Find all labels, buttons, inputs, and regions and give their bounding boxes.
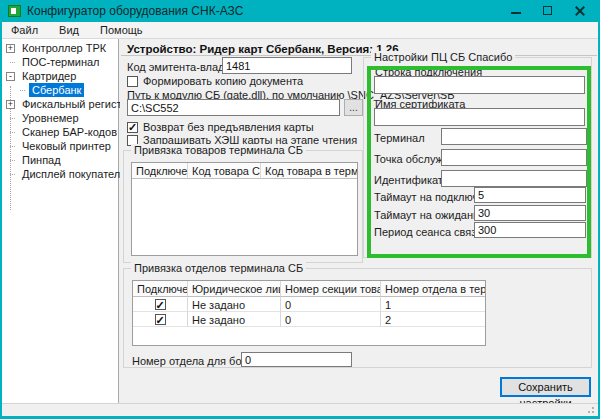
terminal-label: Терминал (374, 132, 425, 144)
app-icon (8, 5, 21, 17)
status-bar (2, 403, 598, 416)
issuer-code-input[interactable] (222, 57, 352, 74)
row-terminal-dept[interactable]: 2 (381, 312, 485, 327)
tree-dash (10, 62, 15, 63)
app-window: Конфигуратор оборудования СНК-АЗС Файл В… (0, 0, 600, 419)
tree-dash (10, 146, 15, 147)
goods-table[interactable]: Подключен Код товара СНК Код товара в те… (131, 162, 358, 256)
tree-item-sberbank[interactable]: Сбербанк (2, 83, 119, 97)
menu-file[interactable]: Файл (2, 22, 47, 39)
tree-item-fiscal-registrar[interactable]: +Фискальный регистратор (2, 97, 119, 111)
goods-binding-group: Привязка товаров терминала СБ Подключен … (123, 150, 363, 263)
tree-item-pos-terminal[interactable]: ПОС-терминал (2, 55, 119, 69)
device-header: Устройство: Ридер карт Сбербанк, Версия:… (127, 43, 399, 55)
sb-spasibo-settings-group: Настройки ПЦ СБ Спасибо Строка подключен… (363, 57, 592, 258)
menu-help[interactable]: Помощь (91, 22, 152, 39)
dept-col-legal-entity[interactable]: Юридическое лицо (188, 281, 281, 297)
dept-col-terminal-dept[interactable]: Номер отдела в термина... (381, 281, 485, 297)
copy-document-checkbox[interactable]: Формировать копию документа (127, 75, 303, 87)
goods-col-snk-code[interactable]: Код товара СНК (188, 163, 261, 179)
row-connected-checkbox[interactable] (155, 314, 166, 325)
tree-item-level-gauge[interactable]: Уровнемер (2, 111, 119, 125)
departments-group-title: Привязка отделов терминала СБ (131, 262, 306, 274)
tree-item-cardreader[interactable]: -Картридер (2, 69, 119, 83)
tree-dash (10, 160, 15, 161)
checkbox-icon[interactable] (127, 122, 138, 133)
title-bar: Конфигуратор оборудования СНК-АЗС (0, 0, 600, 22)
header-separator (121, 55, 597, 56)
session-period-label: Период сеанса связи (374, 226, 483, 238)
close-button[interactable] (564, 0, 596, 22)
minimize-icon (511, 12, 521, 14)
goods-col-connected[interactable]: Подключен (132, 163, 188, 179)
expand-plus-icon[interactable]: + (6, 100, 15, 109)
row-section-number[interactable]: 0 (281, 312, 381, 327)
row-section-number[interactable]: 0 (281, 297, 381, 312)
tree-dash (10, 132, 15, 133)
module-path-input[interactable] (127, 99, 340, 116)
response-timeout-input[interactable] (474, 205, 586, 221)
dept-col-connected[interactable]: Подключен (133, 281, 188, 297)
tree-dash (20, 90, 25, 91)
goods-group-title: Привязка товаров терминала СБ (131, 144, 306, 156)
collapse-minus-icon[interactable]: - (6, 72, 15, 81)
tsp-id-input[interactable] (441, 170, 587, 187)
departments-binding-group: Привязка отделов терминала СБ Подключен … (123, 268, 592, 368)
return-without-card-checkbox[interactable]: Возврат без предъявления карты (127, 121, 314, 133)
row-connected-checkbox[interactable] (155, 299, 166, 310)
goods-col-terminal-code[interactable]: Код товара в термина... (261, 163, 357, 179)
expand-plus-icon[interactable]: + (6, 44, 15, 53)
tree-item-trk-controller[interactable]: +Контроллер ТРК (2, 41, 119, 55)
tree-item-barcode-scanner[interactable]: Сканер БАР-кодов (2, 125, 119, 139)
minimize-button[interactable] (500, 0, 532, 22)
maximize-icon (543, 6, 552, 15)
menu-view[interactable]: Вид (50, 22, 88, 39)
tree-item-receipt-printer[interactable]: Чековый принтер (2, 139, 119, 153)
row-terminal-dept[interactable]: 1 (381, 297, 485, 312)
save-settings-button[interactable]: Сохранить настройки (500, 377, 591, 397)
tree-dash (10, 118, 15, 119)
window-controls (500, 0, 596, 22)
connect-timeout-input[interactable] (474, 187, 586, 203)
maximize-button[interactable] (532, 0, 564, 22)
dept-col-section-number[interactable]: Номер секции товара (281, 281, 381, 297)
resize-grip-icon[interactable] (586, 405, 594, 413)
device-tree: +Контроллер ТРК ПОС-терминал -Картридер … (2, 39, 119, 403)
window-title: Конфигуратор оборудования СНК-АЗС (27, 0, 243, 22)
checkbox-icon[interactable] (127, 76, 138, 87)
certificate-name-input[interactable] (374, 108, 585, 126)
main-panel: Устройство: Ридер карт Сбербанк, Версия:… (120, 39, 598, 403)
row-legal-entity[interactable]: Не задано (188, 312, 281, 327)
connection-string-input[interactable] (374, 76, 585, 94)
tree-item-pinpad[interactable]: Пинпад (2, 153, 119, 167)
table-row[interactable]: Не задано 0 1 (133, 297, 485, 312)
service-point-input[interactable] (441, 149, 587, 166)
terminal-input[interactable] (441, 128, 587, 145)
tree-item-customer-display[interactable]: Дисплей покупателя (2, 167, 119, 181)
row-legal-entity[interactable]: Не задано (188, 297, 281, 312)
menu-bar: Файл Вид Помощь (2, 22, 598, 39)
bonus-department-input[interactable] (241, 352, 352, 367)
tree-dash (10, 174, 15, 175)
session-period-input[interactable] (474, 222, 586, 238)
departments-table[interactable]: Подключен Юридическое лицо Номер секции … (132, 280, 486, 346)
sb-group-title: Настройки ПЦ СБ Спасибо (371, 51, 515, 63)
browse-button[interactable]: ... (344, 99, 363, 116)
table-row[interactable]: Не задано 0 2 (133, 312, 485, 327)
